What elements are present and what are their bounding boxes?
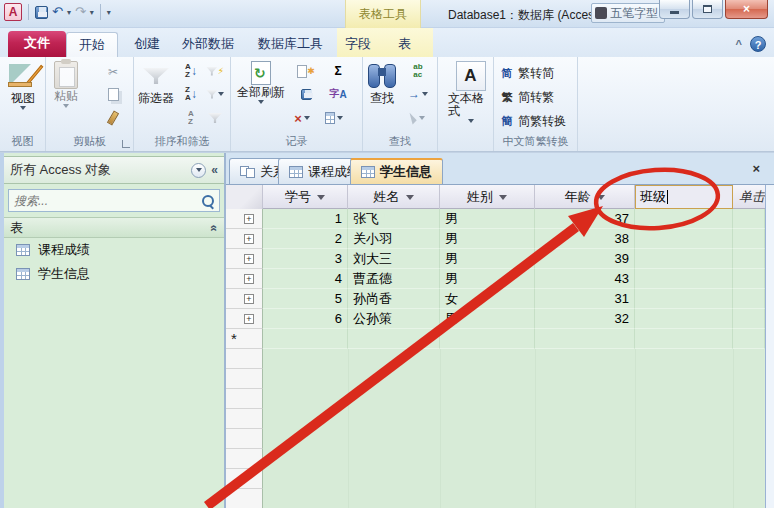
dialog-launcher-icon[interactable] <box>122 140 130 148</box>
cell-class[interactable] <box>635 249 733 269</box>
column-header-age[interactable]: 年龄 <box>535 185 635 209</box>
cell-class[interactable] <box>635 289 733 309</box>
cell-gender[interactable]: 男 <box>440 209 535 229</box>
record-selector[interactable]: + <box>226 309 263 329</box>
spell-check-button[interactable]: 字A <box>329 85 347 103</box>
chevron-down-icon[interactable] <box>499 195 507 200</box>
cell-student-id[interactable]: 4 <box>263 269 348 289</box>
save-button[interactable] <box>35 6 48 19</box>
record-selector[interactable]: + <box>226 269 263 289</box>
view-button[interactable]: 视图 <box>8 61 38 110</box>
cell-student-id[interactable]: 1 <box>263 209 348 229</box>
find-button[interactable]: 查找 <box>368 61 396 105</box>
record-selector[interactable]: + <box>226 209 263 229</box>
tab-database-tools[interactable]: 数据库工具 <box>246 32 335 57</box>
expand-plus-icon[interactable]: + <box>244 274 254 284</box>
cell-class[interactable] <box>635 309 733 329</box>
sort-descending-button[interactable]: ZA↓ <box>182 85 200 103</box>
new-record-button[interactable]: ✱ <box>297 62 315 80</box>
nav-section-tables[interactable]: 表 « <box>4 217 224 238</box>
cell-name[interactable]: 关小羽 <box>348 229 440 249</box>
undo-dropdown-icon[interactable]: ▾ <box>67 8 71 17</box>
cell-name[interactable]: 曹孟德 <box>348 269 440 289</box>
cell-gender[interactable]: 男 <box>440 229 535 249</box>
tab-create[interactable]: 创建 <box>122 32 172 57</box>
cell-empty[interactable] <box>635 329 733 349</box>
chevron-down-icon[interactable] <box>406 195 414 200</box>
expand-plus-icon[interactable]: + <box>244 254 254 264</box>
cell-class[interactable] <box>635 209 733 229</box>
cell-name[interactable]: 张飞 <box>348 209 440 229</box>
nav-pane-header[interactable]: 所有 Access 对象 « <box>4 156 224 184</box>
nav-item-student-info[interactable]: 学生信息 <box>4 263 224 285</box>
cell-add[interactable] <box>733 289 765 309</box>
conversion-dialog-button[interactable]: 簡 简繁转换 <box>500 113 566 130</box>
search-input[interactable] <box>9 194 201 208</box>
cell-age[interactable]: 43 <box>535 269 635 289</box>
redo-dropdown-icon[interactable]: ▾ <box>90 8 94 17</box>
cell-gender[interactable]: 女 <box>440 289 535 309</box>
access-app-icon[interactable]: A <box>4 3 22 21</box>
cell-add[interactable] <box>733 229 765 249</box>
redo-button[interactable]: ↷ <box>75 3 86 21</box>
record-selector[interactable]: + <box>226 249 263 269</box>
close-document-icon[interactable]: × <box>752 161 760 176</box>
cell-age[interactable]: 32 <box>535 309 635 329</box>
totals-button[interactable]: Σ <box>329 62 347 80</box>
cell-age[interactable]: 38 <box>535 229 635 249</box>
close-button[interactable]: × <box>725 0 768 19</box>
refresh-all-button[interactable]: ↻ 全部刷新 <box>237 61 285 104</box>
cell-gender[interactable]: 男 <box>440 249 535 269</box>
traditional-to-simplified-button[interactable]: 简 繁转简 <box>500 65 554 82</box>
cell-empty[interactable] <box>440 329 535 349</box>
cell-add[interactable] <box>733 309 765 329</box>
nav-menu-button[interactable] <box>191 163 206 178</box>
replace-button[interactable]: abac <box>409 62 427 80</box>
cell-age[interactable]: 39 <box>535 249 635 269</box>
cell-add[interactable] <box>733 249 765 269</box>
new-record-selector[interactable]: * <box>226 329 263 349</box>
cell-student-id[interactable]: 6 <box>263 309 348 329</box>
cell-class[interactable] <box>635 229 733 249</box>
paste-button[interactable]: 粘贴 <box>54 61 78 108</box>
select-button[interactable] <box>409 109 427 127</box>
cell-add[interactable] <box>733 269 765 289</box>
column-header-class-editing[interactable]: 班级 <box>635 185 733 209</box>
tab-table[interactable]: 表 <box>386 32 423 57</box>
chevron-down-icon[interactable] <box>317 195 325 200</box>
simplified-to-traditional-button[interactable]: 繁 简转繁 <box>500 89 554 106</box>
column-header-gender[interactable]: 姓别 <box>440 185 535 209</box>
copy-button[interactable] <box>104 85 122 103</box>
save-record-button[interactable] <box>297 85 315 103</box>
delete-record-button[interactable]: × <box>293 109 311 127</box>
column-header-student-id[interactable]: 学号 <box>263 185 348 209</box>
goto-button[interactable]: → <box>409 85 427 103</box>
filter-button[interactable]: 筛选器 <box>138 61 174 105</box>
minimize-ribbon-icon[interactable]: ^ <box>736 38 742 50</box>
maximize-button[interactable] <box>692 0 723 19</box>
cell-empty[interactable] <box>733 329 765 349</box>
column-header-name[interactable]: 姓名 <box>348 185 440 209</box>
remove-sort-button[interactable]: AZ <box>182 109 200 127</box>
format-painter-button[interactable] <box>104 109 122 127</box>
undo-button[interactable]: ↶ <box>52 3 63 21</box>
customize-qat-icon[interactable]: ▾ <box>107 8 111 17</box>
cell-gender[interactable]: 男 <box>440 309 535 329</box>
expand-plus-icon[interactable]: + <box>244 214 254 224</box>
record-selector[interactable]: + <box>226 289 263 309</box>
select-all-corner-cell[interactable] <box>226 185 263 209</box>
cell-student-id[interactable]: 3 <box>263 249 348 269</box>
cell-empty[interactable] <box>263 329 348 349</box>
cell-class[interactable] <box>635 269 733 289</box>
sort-ascending-button[interactable]: AZ↓ <box>182 62 200 80</box>
nav-item-course-scores[interactable]: 课程成绩 <box>4 239 224 261</box>
collapse-pane-icon[interactable]: « <box>211 163 218 177</box>
tab-fields[interactable]: 字段 <box>333 32 383 57</box>
cell-name[interactable]: 孙尚香 <box>348 289 440 309</box>
expand-plus-icon[interactable]: + <box>244 294 254 304</box>
more-records-button[interactable] <box>325 109 343 127</box>
tab-file[interactable]: 文件 <box>8 31 66 57</box>
tab-external-data[interactable]: 外部数据 <box>170 32 246 57</box>
collapse-section-icon[interactable]: « <box>208 224 222 231</box>
cell-empty[interactable] <box>348 329 440 349</box>
